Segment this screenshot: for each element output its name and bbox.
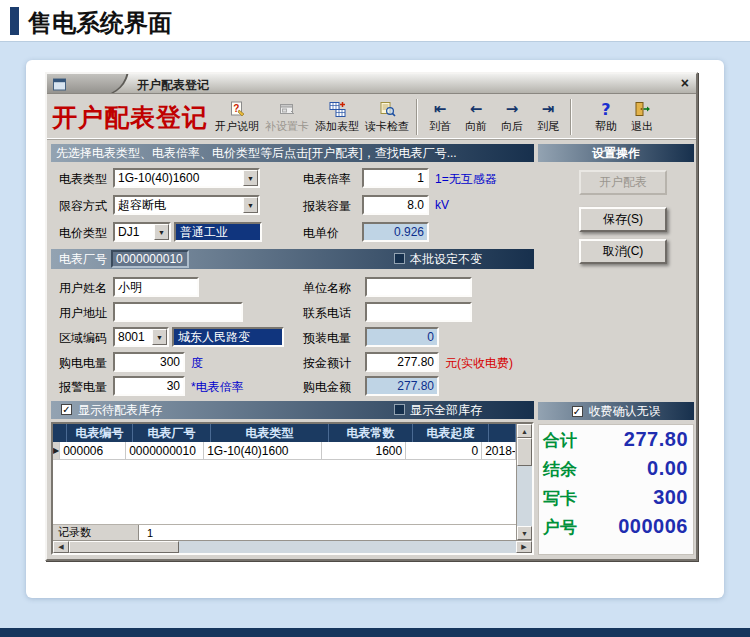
limit-mode-select[interactable]: 超容断电 ▼ xyxy=(113,195,260,215)
address-label: 用户地址 xyxy=(59,305,107,322)
cell-factory-no: 0000000010 xyxy=(126,442,204,460)
buy-qty-input[interactable]: 300 xyxy=(113,352,185,372)
summary-row-account-no: 户号 000006 xyxy=(539,512,693,541)
charge-confirm-bar: 收费确认无误 xyxy=(538,402,694,420)
preset-qty-label: 预装电量 xyxy=(303,330,351,347)
horizontal-scrollbar[interactable]: ◀ ▶ xyxy=(53,540,532,553)
user-name-label: 用户姓名 xyxy=(59,280,107,297)
scroll-left-icon[interactable]: ◀ xyxy=(53,541,69,553)
column-header[interactable]: 电表编号 xyxy=(67,424,133,442)
phone-input[interactable] xyxy=(365,302,472,322)
price-type-selected-text[interactable]: 普通工业 xyxy=(174,222,262,242)
go-first-button[interactable]: ⇤ 到首 xyxy=(422,96,458,138)
scroll-right-icon[interactable]: ▶ xyxy=(516,541,532,553)
record-count-value: 1 xyxy=(139,525,516,540)
alarm-qty-label: 报警电量 xyxy=(59,379,107,396)
table-row[interactable]: ▶ 000006 0000000010 1G-10(40)1600 1600 0… xyxy=(53,442,516,460)
next-record-icon: → xyxy=(506,100,519,118)
user-name-input[interactable]: 小明 xyxy=(113,277,199,297)
toolbar: 开户配表登记 ? 开户说明 补设置卡 添加表型 读卡检查 xyxy=(47,95,696,140)
toolbar-separator xyxy=(416,99,418,135)
address-input[interactable] xyxy=(113,302,243,322)
summary-panel: 合计 277.80 结余 0.00 写卡 300 户号 000006 xyxy=(538,424,694,555)
price-type-value: DJ1 xyxy=(118,225,139,239)
by-amount-input[interactable]: 277.80 xyxy=(365,352,439,372)
meter-ratio-hint: 1=无互感器 xyxy=(435,171,497,188)
buy-qty-unit: 度 xyxy=(191,355,203,372)
capacity-input[interactable]: 8.0 xyxy=(362,195,429,215)
add-meter-type-button[interactable]: 添加表型 xyxy=(312,96,362,138)
cell-date-partial: 2018- xyxy=(482,442,516,460)
toolbar-button-label: 添加表型 xyxy=(315,119,359,134)
meter-type-value: 1G-10(40)1600 xyxy=(118,171,199,185)
toolbar-button-label: 帮助 xyxy=(595,119,617,134)
prev-record-icon: ← xyxy=(470,100,483,118)
charge-confirm-checkbox[interactable] xyxy=(572,406,583,417)
help-button[interactable]: ? 帮助 xyxy=(588,96,624,138)
read-card-check-button[interactable]: 读卡检查 xyxy=(362,96,412,138)
column-header[interactable]: 电表起度 xyxy=(413,424,489,442)
page-title: 售电系统界面 xyxy=(28,7,172,39)
capacity-unit: kV xyxy=(435,198,449,212)
open-account-help-button[interactable]: ? 开户说明 xyxy=(212,96,262,138)
go-last-button[interactable]: ⇥ 到尾 xyxy=(530,96,566,138)
scroll-down-icon[interactable]: ▼ xyxy=(517,526,532,540)
capacity-label: 报装容量 xyxy=(303,198,351,215)
chevron-down-icon[interactable]: ▼ xyxy=(152,329,167,345)
price-type-select[interactable]: DJ1 ▼ xyxy=(113,222,171,242)
column-header[interactable]: 电表厂号 xyxy=(133,424,211,442)
write-card-label: 写卡 xyxy=(543,487,577,510)
scroll-up-icon[interactable]: ▲ xyxy=(517,424,532,438)
toolbar-button-label: 向前 xyxy=(465,119,487,134)
go-next-button[interactable]: → 向后 xyxy=(494,96,530,138)
assign-meter-button: 开户配表 xyxy=(579,170,667,195)
balance-value: 0.00 xyxy=(647,457,688,480)
exit-button[interactable]: 退出 xyxy=(624,96,660,138)
row-selector-header xyxy=(53,424,67,442)
dialog-titlebar[interactable]: 开户配表登记 × xyxy=(47,74,696,94)
by-amount-note: 元(实收电费) xyxy=(445,355,513,372)
unit-price-label: 电单价 xyxy=(303,225,339,242)
save-button[interactable]: 保存(S) xyxy=(579,207,667,232)
go-previous-button[interactable]: ← 向前 xyxy=(458,96,494,138)
toolbar-separator xyxy=(570,99,572,135)
factory-number-label: 电表厂号 xyxy=(59,251,107,268)
help-icon: ? xyxy=(601,100,610,118)
cell-meter-type: 1G-10(40)1600 xyxy=(204,442,322,460)
balance-label: 结余 xyxy=(543,458,577,481)
chevron-down-icon[interactable]: ▼ xyxy=(154,224,169,240)
cell-constant: 1600 xyxy=(322,442,406,460)
show-pending-stock-checkbox[interactable] xyxy=(61,404,72,415)
area-selected-text[interactable]: 城东人民路变 xyxy=(172,327,284,347)
chevron-down-icon[interactable]: ▼ xyxy=(243,197,258,213)
chevron-down-icon[interactable]: ▼ xyxy=(243,170,258,186)
phone-label: 联系电话 xyxy=(303,305,351,322)
close-icon[interactable]: × xyxy=(681,75,689,91)
column-header[interactable]: 电表常数 xyxy=(329,424,413,442)
page-footer-bar xyxy=(0,628,750,637)
summary-row-total: 合计 277.80 xyxy=(539,425,693,454)
buy-amount-field: 277.80 xyxy=(365,376,439,396)
by-amount-label: 按金额计 xyxy=(303,355,351,372)
column-header[interactable]: 电表类型 xyxy=(211,424,329,442)
factory-number-field[interactable]: 0000000010 xyxy=(111,250,189,268)
alarm-qty-input[interactable]: 30 xyxy=(113,376,185,396)
meter-type-select[interactable]: 1G-10(40)1600 ▼ xyxy=(113,168,260,188)
org-name-input[interactable] xyxy=(365,277,472,297)
area-code-select[interactable]: 8001 ▼ xyxy=(113,327,169,347)
vertical-scroll-thumb[interactable] xyxy=(517,438,532,466)
price-type-label: 电价类型 xyxy=(59,225,107,242)
toolbar-button-label: 开户说明 xyxy=(215,119,259,134)
table-footer: 记录数 1 xyxy=(53,524,516,540)
vertical-scrollbar[interactable]: ▲ ▼ xyxy=(516,424,532,540)
show-all-stock-checkbox[interactable] xyxy=(394,404,405,415)
meter-type-label: 电表类型 xyxy=(59,171,107,188)
exit-icon xyxy=(634,100,651,118)
column-header xyxy=(489,424,516,442)
batch-fixed-checkbox[interactable] xyxy=(394,253,405,264)
cancel-button[interactable]: 取消(C) xyxy=(579,239,667,264)
meter-ratio-input[interactable]: 1 xyxy=(362,168,429,188)
limit-mode-value: 超容断电 xyxy=(118,197,166,214)
horizontal-scroll-thumb[interactable] xyxy=(69,541,179,553)
buy-qty-label: 购电电量 xyxy=(59,355,107,372)
